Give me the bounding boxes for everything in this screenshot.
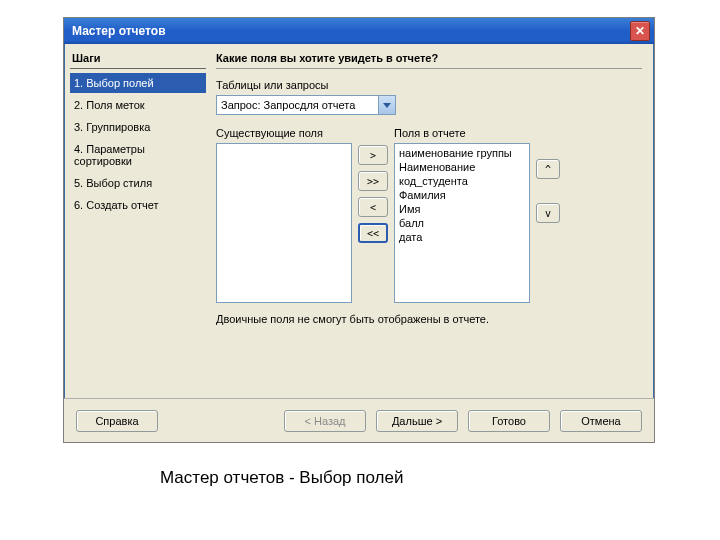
selected-fields-list[interactable]: наименование группы Наименование код_сту… (394, 143, 530, 303)
combo-dropdown-button[interactable] (378, 96, 395, 114)
list-item[interactable]: Наименование (399, 160, 525, 174)
list-item[interactable]: Фамилия (399, 188, 525, 202)
move-down-button[interactable]: v (536, 203, 560, 223)
step-5[interactable]: 5. Выбор стиля (70, 173, 206, 193)
tables-combo[interactable]: Запрос: Запросдля отчета (216, 95, 396, 115)
list-item[interactable]: Имя (399, 202, 525, 216)
available-label: Существующие поля (216, 127, 352, 139)
next-button[interactable]: Дальше > (376, 410, 458, 432)
step-label: 2. Поля меток (74, 99, 145, 111)
list-item[interactable]: балл (399, 216, 525, 230)
list-item[interactable]: дата (399, 230, 525, 244)
figure-caption: Мастер отчетов - Выбор полей (160, 468, 403, 488)
available-fields-list[interactable] (216, 143, 352, 303)
move-buttons: > >> < << (358, 121, 388, 243)
order-buttons: ^ v (536, 121, 560, 223)
steps-header: Шаги (70, 50, 206, 69)
step-6[interactable]: 6. Создать отчет (70, 195, 206, 215)
step-label: 1. Выбор полей (74, 77, 154, 89)
step-1[interactable]: 1. Выбор полей (70, 73, 206, 93)
titlebar: Мастер отчетов ✕ (64, 18, 654, 44)
add-all-button[interactable]: >> (358, 171, 388, 191)
chevron-down-icon (383, 103, 391, 108)
add-button[interactable]: > (358, 145, 388, 165)
remove-button[interactable]: < (358, 197, 388, 217)
list-item[interactable]: код_студента (399, 174, 525, 188)
step-label: 6. Создать отчет (74, 199, 159, 211)
help-button[interactable]: Справка (76, 410, 158, 432)
window-title: Мастер отчетов (72, 24, 166, 38)
move-up-button[interactable]: ^ (536, 159, 560, 179)
step-2[interactable]: 2. Поля меток (70, 95, 206, 115)
step-label: 4. Параметры сортировки (74, 143, 145, 167)
back-button[interactable]: < Назад (284, 410, 366, 432)
page-heading: Какие поля вы хотите увидеть в отчете? (216, 50, 642, 69)
step-4[interactable]: 4. Параметры сортировки (70, 139, 206, 171)
main-panel: Какие поля вы хотите увидеть в отчете? Т… (212, 44, 654, 398)
binary-fields-note: Двоичные поля не смогут быть отображены … (216, 313, 642, 325)
close-icon: ✕ (635, 24, 645, 38)
footer: Справка < Назад Дальше > Готово Отмена (64, 398, 654, 442)
selected-label: Поля в отчете (394, 127, 530, 139)
steps-sidebar: Шаги 1. Выбор полей 2. Поля меток 3. Гру… (64, 44, 212, 398)
list-item[interactable]: наименование группы (399, 146, 525, 160)
close-button[interactable]: ✕ (630, 21, 650, 41)
finish-button[interactable]: Готово (468, 410, 550, 432)
step-3[interactable]: 3. Группировка (70, 117, 206, 137)
cancel-button[interactable]: Отмена (560, 410, 642, 432)
tables-label: Таблицы или запросы (216, 79, 642, 91)
step-label: 3. Группировка (74, 121, 150, 133)
step-label: 5. Выбор стиля (74, 177, 152, 189)
combo-value: Запрос: Запросдля отчета (221, 99, 355, 111)
remove-all-button[interactable]: << (358, 223, 388, 243)
report-wizard-dialog: Мастер отчетов ✕ Шаги 1. Выбор полей 2. … (63, 17, 655, 443)
